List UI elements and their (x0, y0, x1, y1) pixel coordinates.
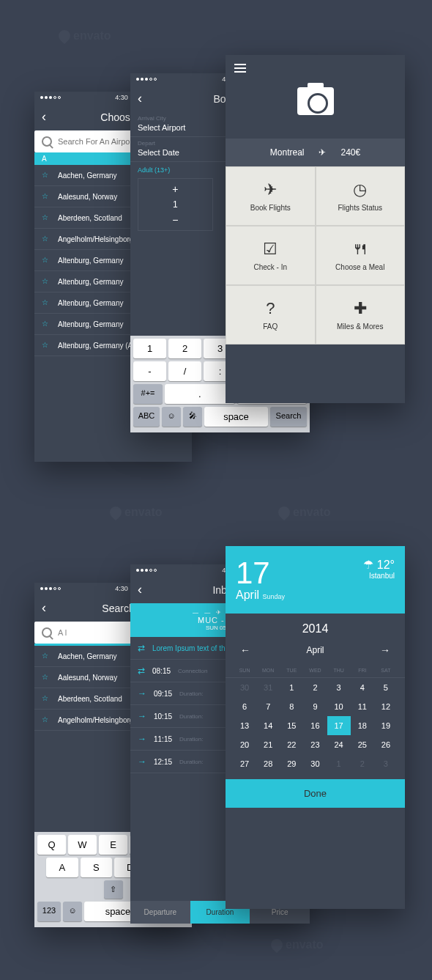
decrement-button[interactable]: − (171, 213, 179, 227)
done-button[interactable]: Done (226, 779, 405, 808)
key[interactable]: . (165, 384, 235, 404)
calendar-cell[interactable]: 2 (351, 754, 374, 773)
back-button[interactable]: ‹ (138, 582, 142, 597)
calendar-cell[interactable]: 5 (374, 678, 398, 697)
calendar-cell[interactable]: 7 (256, 697, 280, 716)
key[interactable]: 2 (168, 339, 201, 358)
numbers-key[interactable]: 123 (37, 902, 61, 921)
space-key[interactable]: space (204, 407, 268, 427)
star-icon[interactable]: ☆ (42, 715, 51, 724)
nav-month-label: April (306, 645, 324, 655)
key[interactable]: / (168, 361, 201, 381)
star-icon[interactable]: ☆ (42, 213, 51, 222)
calendar-cell[interactable]: 12 (374, 697, 398, 716)
key[interactable]: S (81, 858, 113, 877)
calendar-cell[interactable]: 27 (233, 754, 256, 773)
star-icon[interactable]: ☆ (42, 694, 51, 703)
plus-icon: ✚ (322, 299, 399, 318)
calendar-cell[interactable]: 3 (327, 678, 351, 697)
calendar-cell[interactable]: 14 (256, 716, 280, 735)
emoji-key[interactable]: ☺ (162, 407, 181, 427)
clock-icon: ◷ (322, 180, 399, 199)
calendar-cell[interactable]: 30 (233, 678, 256, 697)
adult-count: 1 (170, 196, 181, 213)
increment-button[interactable]: + (171, 182, 179, 196)
screen-home: Montreal ✈ 240€ ✈Book Flights ◷Flights S… (226, 55, 405, 403)
calendar-cell[interactable]: 19 (374, 716, 398, 735)
calendar-cell[interactable]: 20 (233, 735, 256, 754)
calendar-cell[interactable]: 25 (351, 735, 374, 754)
shift-key[interactable]: ⇧ (104, 880, 123, 899)
calendar-cell[interactable]: 24 (327, 735, 351, 754)
calendar-cell[interactable]: 22 (280, 735, 303, 754)
calendar-cell[interactable]: 21 (256, 735, 280, 754)
key[interactable]: 1 (133, 339, 166, 358)
menu-choose-meal[interactable]: 🍴︎Choose a Meal (316, 226, 406, 285)
star-icon[interactable]: ☆ (42, 235, 51, 243)
calendar-cell[interactable]: 15 (280, 716, 303, 735)
calendar-cell[interactable]: 10 (327, 697, 351, 716)
signal-dots-icon (40, 96, 61, 99)
back-button[interactable]: ‹ (42, 109, 46, 125)
time: 12:15 (154, 758, 172, 766)
tab-departure[interactable]: Departure (130, 901, 190, 924)
calendar-cell[interactable]: 3 (374, 754, 398, 773)
calendar-cell[interactable]: 30 (303, 754, 327, 773)
key[interactable]: - (133, 361, 166, 381)
calendar-cell[interactable]: 18 (351, 716, 374, 735)
star-icon[interactable]: ☆ (42, 256, 51, 265)
calendar-grid: 303112345 6789101112 13141516171819 2021… (226, 678, 405, 773)
key[interactable]: E (99, 835, 127, 855)
search-icon (42, 136, 52, 147)
mic-key[interactable]: 🎤︎ (183, 407, 202, 427)
calendar-cell[interactable]: 1 (327, 754, 351, 773)
menu-faq[interactable]: ?FAQ (226, 285, 316, 345)
menu-flights-status[interactable]: ◷Flights Status (316, 166, 406, 226)
price-banner[interactable]: Montreal ✈ 240€ (226, 139, 405, 166)
back-button[interactable]: ‹ (42, 600, 46, 616)
status-time: 4:30 (115, 94, 128, 101)
key[interactable]: A (46, 858, 78, 877)
menu-icon[interactable] (234, 64, 246, 73)
calendar-cell[interactable]: 13 (233, 716, 256, 735)
watermark: envato (110, 506, 163, 519)
calendar-cell[interactable]: 9 (303, 697, 327, 716)
star-icon[interactable]: ☆ (42, 320, 51, 328)
star-icon[interactable]: ☆ (42, 341, 51, 350)
calendar-cell[interactable]: 29 (280, 754, 303, 773)
star-icon[interactable]: ☆ (42, 673, 51, 682)
calendar-cell[interactable]: 31 (256, 678, 280, 697)
next-month-button[interactable]: → (380, 644, 390, 656)
star-icon[interactable]: ☆ (42, 192, 51, 201)
calendar-cell[interactable]: 6 (233, 697, 256, 716)
key[interactable]: W (68, 835, 97, 855)
calendar-cell[interactable]: 1 (280, 678, 303, 697)
calendar-cell[interactable]: 4 (351, 678, 374, 697)
star-icon[interactable]: ☆ (42, 277, 51, 286)
star-icon[interactable]: ☆ (42, 171, 51, 180)
camera-icon[interactable] (297, 87, 334, 115)
time: 08:15 (152, 667, 171, 675)
symbols-key[interactable]: #+= (133, 384, 163, 404)
calendar-cell[interactable]: 2 (303, 678, 327, 697)
watermark: envato (278, 506, 331, 519)
calendar-cell[interactable]: 16 (303, 716, 327, 735)
key[interactable]: Q (37, 835, 66, 855)
prev-month-button[interactable]: ← (240, 644, 250, 656)
back-button[interactable]: ‹ (138, 91, 142, 106)
emoji-key[interactable]: ☺ (63, 902, 82, 921)
menu-book-flights[interactable]: ✈Book Flights (226, 166, 316, 226)
calendar-cell[interactable]: 28 (256, 754, 280, 773)
menu-check-in[interactable]: ☑Check - In (226, 226, 316, 285)
menu-miles[interactable]: ✚Miles & Mores (316, 285, 406, 345)
star-icon[interactable]: ☆ (42, 652, 51, 660)
abc-key[interactable]: ABC (133, 407, 160, 427)
calendar-cell-selected[interactable]: 17 (327, 716, 351, 735)
search-key[interactable]: Search (270, 407, 307, 427)
calendar-cell[interactable]: 26 (374, 735, 398, 754)
calendar-cell[interactable]: 8 (280, 697, 303, 716)
time: 09:15 (154, 690, 172, 698)
calendar-cell[interactable]: 23 (303, 735, 327, 754)
star-icon[interactable]: ☆ (42, 298, 51, 307)
calendar-cell[interactable]: 11 (351, 697, 374, 716)
